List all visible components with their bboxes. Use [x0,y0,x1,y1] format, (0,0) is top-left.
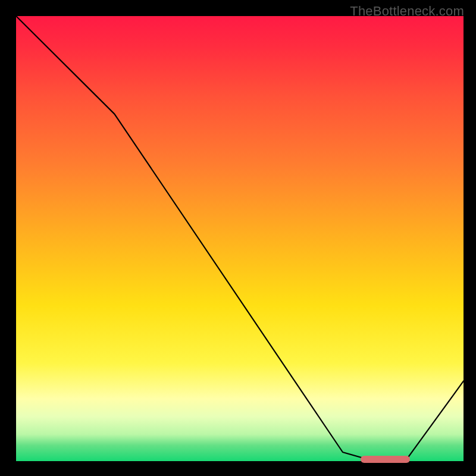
plot-area [16,16,464,461]
chart-container: TheBottleneck.com [0,0,476,476]
optimal-range-marker [361,456,410,463]
watermark-text: TheBottleneck.com [350,4,464,19]
chart-svg [16,16,464,461]
